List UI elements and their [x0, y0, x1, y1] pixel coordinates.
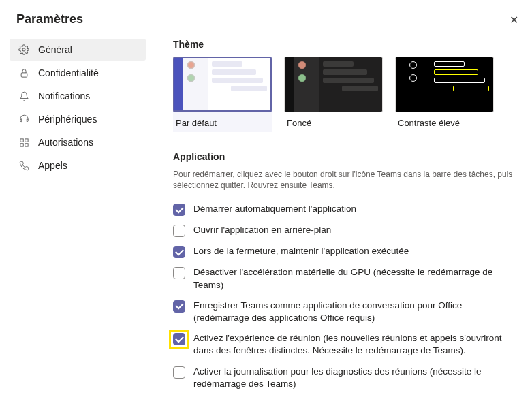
sidebar-item-label: Général	[38, 44, 72, 55]
svg-rect-2	[20, 138, 22, 141]
checkbox-label: Activez l'expérience de réunion (les nou…	[193, 332, 520, 357]
sidebar-item-label: Autorisations	[38, 137, 93, 148]
sidebar-item-label: Appels	[38, 160, 67, 171]
svg-rect-1	[21, 72, 27, 76]
sidebar-item-devices[interactable]: Périphériques	[10, 108, 146, 130]
close-icon: ✕	[510, 14, 518, 26]
svg-point-0	[22, 48, 25, 51]
headset-icon	[18, 114, 30, 125]
checkbox[interactable]	[173, 300, 185, 313]
sidebar-item-privacy[interactable]: Confidentialité	[10, 62, 146, 84]
checkbox-label: Désactiver l'accélération matérielle du …	[193, 266, 520, 291]
sidebar: Général Confidentialité Notifications Pé…	[10, 39, 146, 394]
sidebar-item-label: Périphériques	[38, 114, 97, 125]
close-button[interactable]: ✕	[504, 11, 524, 29]
svg-rect-4	[20, 143, 22, 146]
svg-rect-3	[25, 138, 27, 141]
checkbox-row: Lors de la fermeture, maintenir l'applic…	[173, 241, 520, 262]
checkbox[interactable]	[173, 333, 185, 345]
svg-rect-5	[25, 143, 27, 146]
checkbox[interactable]	[173, 225, 185, 237]
checkbox[interactable]	[173, 366, 185, 379]
theme-option-high-contrast[interactable]: Contraste élevé	[395, 57, 494, 132]
theme-preview-high-contrast	[395, 57, 494, 112]
bell-icon	[18, 91, 30, 101]
theme-preview-dark	[284, 57, 383, 112]
sidebar-item-label: Confidentialité	[38, 67, 99, 78]
application-help-text: Pour redémarrer, cliquez avec le bouton …	[173, 169, 520, 191]
sidebar-item-label: Notifications	[38, 91, 90, 101]
sidebar-item-general[interactable]: Général	[10, 39, 146, 61]
grid-icon	[18, 138, 30, 148]
checkbox-row: Démarrer automatiquement l'application	[173, 199, 520, 220]
theme-label: Par défaut	[173, 116, 272, 132]
checkbox-row: Ouvrir l'application en arrière-plan	[173, 220, 520, 241]
window-title: Paramètres	[16, 12, 83, 27]
lock-icon	[18, 68, 30, 78]
checkbox-label: Ouvrir l'application en arrière-plan	[193, 224, 331, 236]
theme-label: Contraste élevé	[395, 116, 494, 132]
theme-section-title: Thème	[173, 39, 520, 50]
checkbox-row: Activez l'expérience de réunion (les nou…	[173, 328, 520, 361]
theme-option-default[interactable]: Par défaut	[173, 57, 272, 132]
theme-preview-default	[173, 57, 272, 112]
checkbox-label: Démarrer automatiquement l'application	[193, 203, 356, 215]
sidebar-item-permissions[interactable]: Autorisations	[10, 131, 146, 153]
checkbox[interactable]	[173, 246, 185, 258]
checkbox-label: Lors de la fermeture, maintenir l'applic…	[193, 245, 409, 257]
checkbox[interactable]	[173, 204, 185, 216]
checkbox-row: Enregistrer Teams comme application de c…	[173, 296, 520, 328]
application-section-title: Application	[173, 151, 520, 162]
main-panel: Thème Par défaut Foncé Contraste élevé	[146, 39, 525, 394]
sidebar-item-calls[interactable]: Appels	[10, 155, 146, 176]
theme-label: Foncé	[284, 116, 383, 132]
theme-option-dark[interactable]: Foncé	[284, 57, 383, 132]
gear-icon	[18, 44, 30, 55]
checkbox[interactable]	[173, 267, 185, 279]
phone-icon	[18, 161, 30, 171]
checkbox-label: Activer la journalisation pour les diagn…	[193, 366, 520, 390]
checkbox-row: Désactiver l'accélération matérielle du …	[173, 262, 520, 295]
checkbox-row: Activer la journalisation pour les diagn…	[173, 362, 520, 394]
sidebar-item-notifications[interactable]: Notifications	[10, 85, 146, 107]
checkbox-label: Enregistrer Teams comme application de c…	[193, 300, 520, 324]
